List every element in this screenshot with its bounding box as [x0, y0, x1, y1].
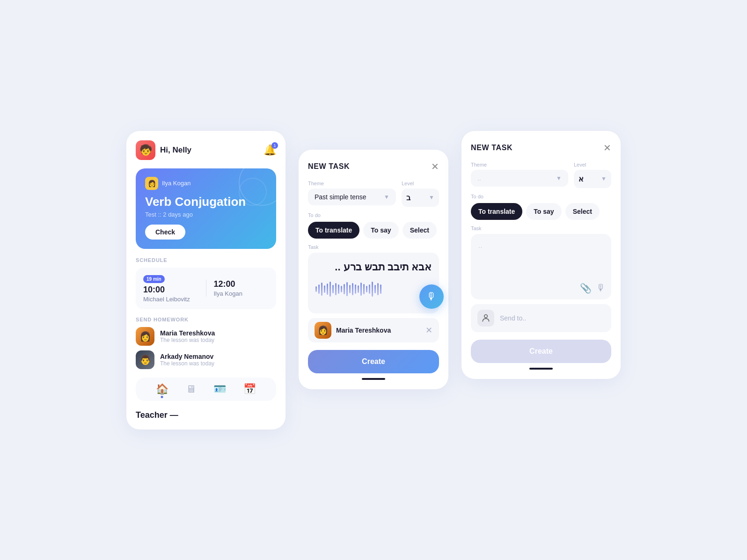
- theme-select3[interactable]: .. ▼: [471, 170, 568, 187]
- schedule-divider: [206, 280, 206, 297]
- mic-icon[interactable]: 🎙: [596, 283, 606, 294]
- create-button2[interactable]: Create: [308, 350, 439, 373]
- teacher-label: Teacher —: [136, 410, 276, 420]
- wave-bar: [330, 282, 331, 297]
- schedule-time2: 12:00: [214, 279, 269, 289]
- task-input-box2[interactable]: אבא תיבב תבש ברע ..: [308, 253, 439, 313]
- hw-avatar-arkady: 👨: [136, 350, 154, 369]
- todo-say-button[interactable]: To say: [363, 222, 398, 239]
- hw-name-maria: Maria Tereshkova: [160, 329, 276, 337]
- screen2-new-task: NEW TASK ✕ Theme Past simple tense ▼ Lev…: [299, 150, 448, 389]
- todo-select-button[interactable]: Select: [403, 222, 437, 239]
- teacher-avatar-small: 👩: [145, 177, 158, 190]
- create-button3: Create: [471, 340, 611, 363]
- send-to-row[interactable]: Send to..: [471, 304, 611, 332]
- mic-button[interactable]: 🎙: [419, 284, 444, 309]
- verb-teacher-name: Ilya Kogan: [162, 180, 190, 187]
- wave-bar: [327, 284, 328, 295]
- check-button[interactable]: Check: [145, 225, 185, 240]
- theme-field: Theme Past simple tense ▼: [308, 181, 396, 207]
- list-item[interactable]: 👨 Arkady Nemanov The lesson was today: [136, 350, 276, 369]
- wave-bar: [374, 285, 376, 293]
- modal3-title: NEW TASK: [471, 144, 513, 152]
- schedule-badge: 19 min: [143, 275, 165, 283]
- todo-translate-button[interactable]: To translate: [308, 222, 359, 239]
- schedule-card: 19 min 10:00 Michael Leibovitz 12:00 Ily…: [136, 268, 276, 309]
- schedule-slot2: 12:00 Ilya Kogan: [214, 279, 269, 297]
- task-input-box3[interactable]: .. 📎 🎙: [471, 234, 611, 299]
- greeting-text: Hi, Nelly: [160, 145, 191, 155]
- task-icons3: 📎 🎙: [580, 283, 606, 294]
- wave-bar: [318, 284, 320, 294]
- hw-sub-arkady: The lesson was today: [160, 360, 276, 367]
- nav-home-icon[interactable]: 🏠: [156, 383, 168, 395]
- task-label3: Task: [471, 225, 611, 231]
- wave-bar: [321, 283, 322, 296]
- hw-info-maria: Maria Tereshkova The lesson was today: [160, 329, 276, 343]
- level-label3: Level: [574, 162, 611, 167]
- todo-buttons2: To translate To say Select: [308, 222, 439, 239]
- wave-bar: [366, 286, 367, 292]
- student-chip-avatar: 👩: [315, 322, 331, 339]
- modal-handle2: [362, 378, 385, 380]
- level-field3: Level א ▼: [574, 162, 611, 188]
- theme-select-value: Past simple tense: [315, 193, 366, 201]
- schedule-label: SCHEDULE: [136, 257, 276, 263]
- theme-label: Theme: [308, 181, 396, 186]
- hw-info-arkady: Arkady Nemanov The lesson was today: [160, 353, 276, 367]
- homework-list: 👩 Maria Tereshkova The lesson was today …: [136, 327, 276, 369]
- attach-icon[interactable]: 📎: [580, 283, 592, 294]
- todo-select-button3[interactable]: Select: [565, 203, 600, 220]
- wave-bar: [346, 282, 348, 296]
- modal3-close-button[interactable]: ✕: [603, 142, 611, 153]
- hw-name-arkady: Arkady Nemanov: [160, 353, 276, 360]
- verb-card-subtitle: Test :: 2 days ago: [145, 211, 267, 218]
- todo-label2: To do: [308, 212, 439, 218]
- homework-label: SEND HOMEWORK: [136, 317, 276, 322]
- modal2-header: NEW TASK ✕: [308, 161, 439, 172]
- wave-bar: [363, 284, 365, 294]
- notification-bell[interactable]: 🔔 1: [264, 144, 276, 156]
- nav-card-icon[interactable]: 🪪: [213, 383, 226, 395]
- header-left: 🧒 Hi, Nelly: [136, 140, 191, 160]
- student-chip-name: Maria Tereshkova: [336, 327, 421, 334]
- modal2-close-button[interactable]: ✕: [431, 161, 439, 172]
- task-label2: Task: [308, 244, 439, 250]
- level-field: Level ב ▼: [402, 181, 439, 207]
- schedule-time1: 10:00: [143, 285, 198, 295]
- nav-monitor-icon[interactable]: 🖥: [186, 383, 196, 395]
- theme-label3: Theme: [471, 162, 568, 167]
- waveform: [315, 282, 432, 297]
- wave-bar: [332, 285, 334, 293]
- todo-buttons3: To translate To say Select: [471, 203, 611, 220]
- task-placeholder3: ..: [478, 241, 482, 249]
- todo-say-button3[interactable]: To say: [526, 203, 561, 220]
- student-chip-remove-icon[interactable]: ✕: [425, 325, 432, 335]
- list-item[interactable]: 👩 Maria Tereshkova The lesson was today: [136, 327, 276, 346]
- nav-calendar-icon[interactable]: 📅: [243, 383, 256, 395]
- nav-active-dot: [161, 396, 163, 398]
- schedule-slot1: 19 min 10:00 Michael Leibovitz: [143, 274, 198, 303]
- wave-bar: [338, 284, 339, 294]
- theme-dropdown-arrow3: ▼: [556, 175, 562, 182]
- theme-select[interactable]: Past simple tense ▼: [308, 189, 396, 205]
- wave-bar: [355, 284, 356, 294]
- wave-bar: [341, 286, 342, 292]
- todo-translate-button3[interactable]: To translate: [471, 203, 522, 220]
- theme-field3: Theme .. ▼: [471, 162, 568, 188]
- bottom-nav: 🏠 🖥 🪪 📅: [136, 378, 276, 401]
- level-select3[interactable]: א ▼: [574, 170, 611, 188]
- theme-dropdown-arrow: ▼: [384, 194, 389, 200]
- wave-bar: [324, 285, 325, 293]
- send-to-person-icon: [477, 310, 494, 327]
- app-header: 🧒 Hi, Nelly 🔔 1: [136, 140, 276, 160]
- hw-sub-maria: The lesson was today: [160, 337, 276, 343]
- level-select[interactable]: ב ▼: [402, 189, 439, 207]
- schedule-name2: Ilya Kogan: [214, 290, 269, 297]
- send-to-text: Send to..: [500, 314, 526, 322]
- task-text2: אבא תיבב תבש ברע ..: [315, 260, 432, 275]
- wave-bar: [335, 283, 337, 295]
- screens-container: 🧒 Hi, Nelly 🔔 1 👩 Ilya Kogan Verb Conjug…: [126, 131, 621, 429]
- wave-bar: [360, 283, 362, 296]
- level-dropdown-arrow: ▼: [429, 194, 434, 201]
